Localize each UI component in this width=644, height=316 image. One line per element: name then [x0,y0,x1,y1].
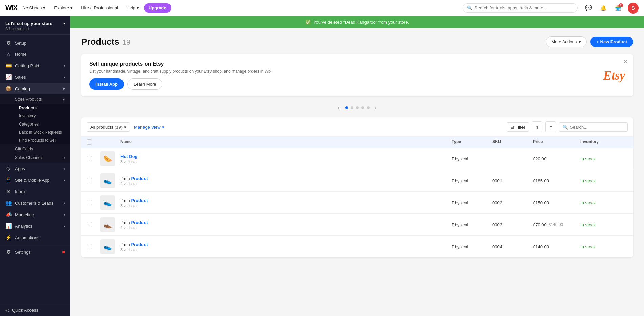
row-checkbox[interactable] [87,244,92,249]
sidebar-item-customers[interactable]: 👥 Customers & Leads › [0,197,70,209]
product-filter-dropdown[interactable]: All products (19) ▾ [87,122,130,132]
help-chevron: ▾ [137,5,139,10]
site-name[interactable]: Nc Shoes ▾ [23,5,45,10]
sidebar-item-getting-paid[interactable]: 💳 Getting Paid › [0,60,70,71]
sidebar-item-automations[interactable]: ⚡ Automations [0,232,70,243]
store-products-section: Store Products ∨ Products Inventory Cate… [0,94,70,163]
product-name[interactable]: I'm a Product [120,176,452,181]
row-checkbox[interactable] [87,178,92,183]
product-name[interactable]: I'm a Product [120,242,452,247]
row-checkbox[interactable] [87,200,92,205]
carousel-dot-3[interactable] [356,106,359,109]
sales-chevron: › [64,75,65,79]
row-name-col: I'm a Product 3 variants [120,242,452,252]
row-image-col: 🌭 [100,151,120,166]
apps-icon-btn[interactable]: 🏪 2 [613,3,624,14]
notification-icon-btn[interactable]: 🔔 [598,3,609,14]
sidebar-item-categories[interactable]: Categories [0,120,70,128]
product-name[interactable]: I'm a Product [120,220,452,225]
sidebar-item-inbox[interactable]: ✉ Inbox [0,186,70,197]
table-row[interactable]: 👟 I'm a Product 4 variants Physical 0001… [81,170,633,192]
install-app-button[interactable]: Install App [89,78,124,90]
sidebar-item-catalog[interactable]: 📦 Catalog ∨ [0,83,70,94]
table-row[interactable]: 👟 I'm a Product 3 variants Physical 0002… [81,192,633,214]
table-row[interactable]: 🌭 Hot Dog 3 variants Physical £20.00 In … [81,148,633,170]
settings-icon: ⚙ [5,249,12,255]
sidebar-item-setup[interactable]: ⚙ Setup [0,37,70,49]
row-price-col: £185.00 [533,178,580,183]
row-checkbox-col [87,178,100,183]
header-actions: More Actions ▾ + New Product [546,36,633,47]
check-icon: ✅ [305,20,311,25]
table-search-input[interactable] [570,125,624,130]
sidebar-item-find-products[interactable]: Find Products to Sell [0,136,70,144]
inventory-col-header: Inventory [580,139,628,145]
row-image-col: 👟 [100,195,120,210]
apps-icon: ◇ [5,165,12,172]
avatar[interactable]: S [628,3,639,14]
nav-help[interactable]: Help ▾ [123,3,142,13]
carousel-dot-4[interactable] [361,106,364,109]
page-title: Products 19 [81,37,130,47]
carousel-prev-button[interactable]: ‹ [335,103,342,112]
row-image-col: 👞 [100,217,120,232]
nav-explore[interactable]: Explore ▾ [51,3,76,13]
carousel-dot-2[interactable] [351,106,353,109]
sidebar-item-sales-channels[interactable]: Sales Channels › [0,153,70,162]
chat-icon-btn[interactable]: 💬 [583,3,594,14]
product-variants: 3 variants [120,204,452,208]
marketing-chevron: › [64,213,65,217]
filter-button[interactable]: ⊟ Filter [507,122,529,132]
manage-view-button[interactable]: Manage View ▾ [134,125,164,130]
sidebar-item-apps[interactable]: ◇ Apps › [0,163,70,174]
row-type-col: Physical [452,200,492,205]
table-search[interactable]: 🔍 [559,122,628,132]
row-checkbox[interactable] [87,222,92,227]
table-toolbar: All products (19) ▾ Manage View ▾ ⊟ Filt… [81,117,633,137]
setup-chevron: ▾ [63,22,65,25]
sidebar-item-gift-cards[interactable]: Gift Cards [0,144,70,153]
search-input[interactable] [474,5,573,10]
more-actions-button[interactable]: More Actions ▾ [546,36,587,47]
quick-access[interactable]: ◎ Quick Access [5,308,65,313]
sidebar-item-home[interactable]: ⌂ Home [0,49,70,60]
product-image: 👟 [100,239,115,254]
row-checkbox-col [87,200,100,205]
new-product-button[interactable]: + New Product [590,37,633,47]
nav-hire[interactable]: Hire a Professional [77,3,121,13]
carousel-dot-1[interactable] [345,106,348,109]
sidebar-item-sales[interactable]: 📈 Sales › [0,71,70,83]
sidebar-item-settings[interactable]: ⚙ Settings [0,246,70,258]
products-table: All products (19) ▾ Manage View ▾ ⊟ Filt… [81,117,633,257]
columns-button[interactable]: ≡ [545,121,556,132]
select-all-checkbox[interactable] [87,139,92,145]
product-name[interactable]: I'm a Product [120,198,452,203]
search-bar[interactable]: 🔍 [463,3,578,13]
sidebar-item-products[interactable]: Products [0,104,70,112]
sidebar-item-analytics[interactable]: 📊 Analytics › [0,220,70,232]
sidebar-item-inventory[interactable]: Inventory [0,112,70,120]
carousel-next-button[interactable]: › [372,103,379,112]
row-image-col: 👟 [100,239,120,254]
table-row[interactable]: 👞 I'm a Product 4 variants Physical 0003… [81,214,633,236]
product-name[interactable]: Hot Dog [120,154,452,159]
sidebar-item-marketing[interactable]: 📣 Marketing › [0,209,70,220]
image-col-header [100,139,120,145]
sidebar-item-back-in-stock[interactable]: Back in Stock Requests [0,128,70,136]
more-actions-chevron: ▾ [579,39,581,44]
product-variants: 4 variants [120,182,452,186]
carousel-dot-5[interactable] [367,106,370,109]
getting-paid-icon: 💳 [5,63,12,69]
learn-more-button[interactable]: Learn More [127,78,162,90]
row-checkbox[interactable] [87,156,92,161]
etsy-promo-banner: Sell unique products on Etsy List your h… [81,54,633,96]
table-row[interactable]: 👟 I'm a Product 3 variants Physical 0004… [81,236,633,257]
page-area: Products 19 More Actions ▾ + New Product… [70,28,644,316]
upgrade-button[interactable]: Upgrade [144,3,171,13]
etsy-desc: List your handmade, vintage, and craft s… [89,69,292,74]
export-button[interactable]: ⬆ [532,121,542,132]
sidebar-item-site-mobile[interactable]: 📱 Site & Mobile App › [0,174,70,186]
sidebar-item-store-products[interactable]: Store Products ∨ [0,95,70,104]
export-icon: ⬆ [535,125,539,130]
etsy-close-button[interactable]: ✕ [623,58,628,65]
